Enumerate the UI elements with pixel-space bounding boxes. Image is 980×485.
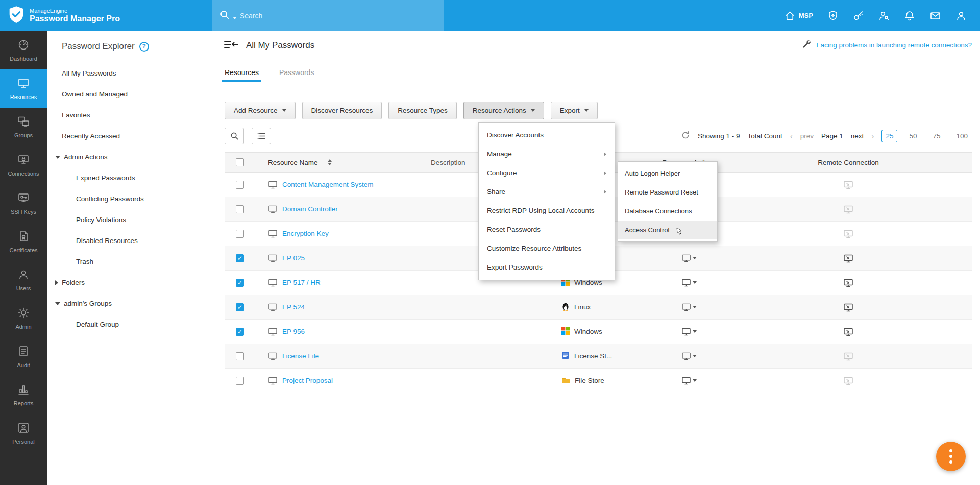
collapse-sidebar-icon[interactable] [223,39,239,52]
resource-name-link[interactable]: License File [282,352,319,360]
resource-actions-icon[interactable] [681,376,697,385]
column-header-resource-name[interactable]: Resource Name [268,159,318,166]
resource-actions-icon[interactable] [681,278,697,287]
page-size-75[interactable]: 75 [928,130,944,142]
submenu-item-database-connections[interactable]: Database Connections [618,202,717,221]
sidebar-item-connections[interactable]: Connections [0,146,47,184]
menu-item-share[interactable]: Share [479,182,615,201]
row-checkbox[interactable] [236,181,244,189]
resource-name-link[interactable]: EP 025 [282,254,305,262]
remote-connection-help-link[interactable]: Facing problems in launching remote conn… [801,39,972,51]
explorer-group-admin-actions[interactable]: Admin Actions [47,147,211,167]
select-all-checkbox[interactable] [236,158,244,166]
menu-item-configure[interactable]: Configure [479,163,615,182]
sidebar-item-admin[interactable]: Admin [0,299,47,337]
explorer-item-policy-violations[interactable]: Policy Violations [47,209,211,230]
next-button[interactable]: next [851,132,864,140]
resource-actions-icon[interactable] [681,327,697,336]
page-size-50[interactable]: 50 [905,130,921,142]
resource-actions-button[interactable]: Resource Actions [463,102,544,119]
explorer-item-owned-and-managed[interactable]: Owned and Managed [47,84,211,105]
resource-actions-icon[interactable] [681,303,697,311]
prev-button[interactable]: prev [800,132,814,140]
export-button[interactable]: Export [551,102,598,119]
explorer-item-trash[interactable]: Trash [47,251,211,272]
row-checkbox[interactable] [236,205,244,213]
row-checkbox[interactable] [236,303,244,311]
menu-item-reset-passwords[interactable]: Reset Passwords [479,220,615,239]
tab-resources[interactable]: Resources [225,68,259,82]
shield-sync-icon[interactable] [827,10,839,21]
resource-name-link[interactable]: Project Proposal [282,377,333,384]
sidebar-item-audit[interactable]: Audit [0,337,47,376]
explorer-item-conflicting-passwords[interactable]: Conflicting Passwords [47,188,211,209]
resource-types-button[interactable]: Resource Types [388,102,456,119]
sidebar-item-ssh-keys[interactable]: SSH Keys [0,184,47,223]
explorer-item-favorites[interactable]: Favorites [47,105,211,126]
menu-item-discover-accounts[interactable]: Discover Accounts [479,126,615,144]
submenu-item-remote-password-reset[interactable]: Remote Password Reset [618,183,717,202]
menu-item-restrict-rdp[interactable]: Restrict RDP Using Local Accounts [479,201,615,220]
explorer-item-expired-passwords[interactable]: Expired Passwords [47,167,211,188]
sidebar-item-users[interactable]: Users [0,261,47,299]
refresh-icon[interactable] [681,131,690,141]
resource-name-link[interactable]: Content Management System [282,181,374,188]
resource-name-link[interactable]: EP 956 [282,328,305,335]
user-key-icon[interactable] [878,10,890,21]
explorer-item-default-group[interactable]: Default Group [47,314,211,335]
remote-connection-icon[interactable] [843,303,853,312]
sidebar-item-personal[interactable]: Personal [0,414,47,452]
quick-actions-fab[interactable] [936,442,966,471]
submenu-item-auto-logon-helper[interactable]: Auto Logon Helper [618,164,717,183]
row-checkbox[interactable] [236,254,244,262]
resource-name-link[interactable]: Domain Controller [282,205,338,213]
column-chooser-button[interactable] [252,128,271,144]
resource-actions-icon[interactable] [681,352,697,360]
resource-actions-icon[interactable] [681,254,697,262]
next-chevron-icon[interactable]: › [871,132,874,140]
explorer-item-recently-accessed[interactable]: Recently Accessed [47,126,211,147]
explorer-group-admins-groups[interactable]: admin's Groups [47,293,211,314]
page-size-100[interactable]: 100 [952,130,972,142]
explorer-item-disabled-resources[interactable]: Disabled Resources [47,230,211,251]
menu-item-export-passwords[interactable]: Export Passwords [479,258,615,277]
resource-name-link[interactable]: EP 517 / HR [282,279,321,286]
help-icon[interactable]: ? [139,42,149,52]
search-scope-caret-icon[interactable] [233,17,237,19]
row-checkbox[interactable] [236,352,244,360]
sidebar-item-groups[interactable]: Groups [0,108,47,146]
remote-connection-icon[interactable] [843,254,853,263]
prev-chevron-icon[interactable]: ‹ [790,132,793,140]
page-size-25[interactable]: 25 [881,130,897,142]
global-search[interactable] [212,0,444,31]
menu-item-manage[interactable]: Manage [479,144,615,163]
sidebar-item-certificates[interactable]: Certificates [0,223,47,261]
explorer-item-all-my-passwords[interactable]: All My Passwords [47,63,211,84]
explorer-group-folders[interactable]: Folders [47,272,211,293]
resource-name-link[interactable]: EP 524 [282,303,305,311]
tab-passwords[interactable]: Passwords [279,68,314,82]
row-checkbox[interactable] [236,377,244,385]
row-checkbox[interactable] [236,230,244,238]
table-search-button[interactable] [225,128,244,144]
sidebar-item-resources[interactable]: Resources [0,69,47,108]
mail-icon[interactable] [929,10,941,21]
add-resource-button[interactable]: Add Resource [225,102,296,119]
sidebar-item-dashboard[interactable]: Dashboard [0,31,47,69]
menu-item-customize-resource-attributes[interactable]: Customize Resource Attributes [479,239,615,258]
row-checkbox[interactable] [236,328,244,336]
remote-connection-icon[interactable] [843,327,853,336]
profile-icon[interactable] [955,10,967,21]
resource-name-link[interactable]: Encryption Key [282,230,329,237]
search-input[interactable] [240,12,403,20]
discover-resources-button[interactable]: Discover Resources [302,102,382,119]
sort-icon[interactable] [328,159,332,165]
remote-connection-icon[interactable] [843,278,853,287]
sidebar-item-reports[interactable]: Reports [0,376,47,414]
total-count-link[interactable]: Total Count [747,132,782,140]
row-checkbox[interactable] [236,279,244,287]
msp-home[interactable]: MSP [785,10,813,21]
key-icon[interactable] [853,10,864,21]
submenu-item-access-control[interactable]: Access Control [618,221,717,239]
bell-icon[interactable] [904,10,915,21]
